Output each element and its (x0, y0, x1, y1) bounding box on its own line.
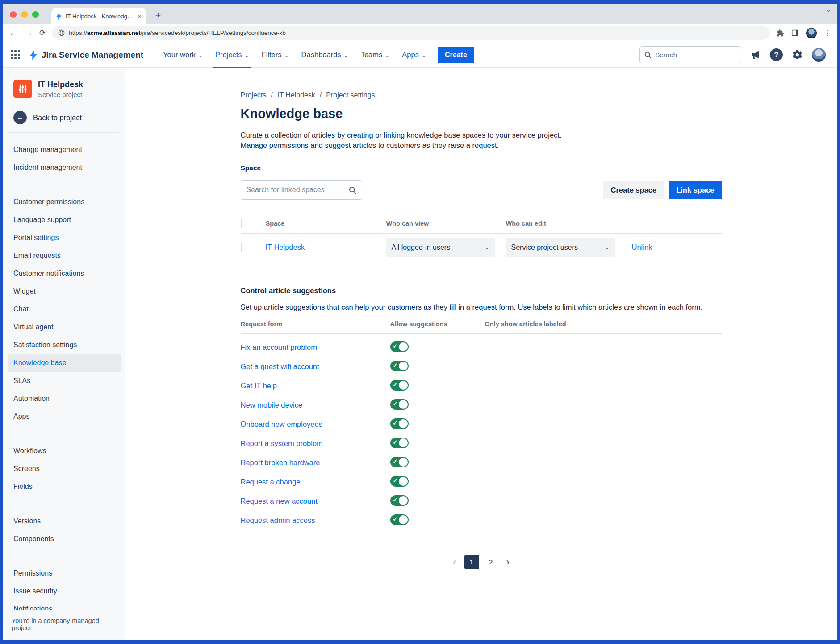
sidebar-item-knowledge-base[interactable]: Knowledge base (8, 354, 121, 372)
tab-search-chevron-icon[interactable]: ⌄ (826, 6, 831, 13)
page-title: Knowledge base (241, 106, 722, 121)
request-form-link[interactable]: Onboard new employees (241, 420, 322, 428)
linked-spaces-search-input[interactable] (247, 186, 349, 194)
product-name: Jira Service Management (42, 50, 143, 60)
request-form-link[interactable]: Request a change (241, 478, 301, 486)
page-2-button[interactable]: 2 (484, 555, 498, 569)
sidebar-item-satisfaction-settings[interactable]: Satisfaction settings (8, 336, 121, 354)
back-arrow-icon: ← (13, 111, 27, 124)
forward-icon[interactable]: → (24, 28, 33, 38)
nav-filters[interactable]: Filters⌄ (256, 42, 294, 68)
allow-suggestions-toggle[interactable]: ✓ (390, 476, 409, 487)
nav-projects[interactable]: Projects⌄ (210, 42, 255, 68)
page-1-button[interactable]: 1 (464, 555, 479, 569)
side-panel-icon[interactable] (791, 29, 799, 37)
select-all-checkbox[interactable] (241, 219, 242, 228)
who-can-edit-select[interactable]: Service project users ⌄ (506, 238, 615, 257)
nav-dashboards[interactable]: Dashboards⌄ (296, 42, 354, 68)
request-form-link[interactable]: Report a system problem (241, 439, 323, 447)
help-icon[interactable]: ? (770, 48, 783, 61)
allow-suggestions-toggle[interactable]: ✓ (390, 418, 409, 429)
request-form-link[interactable]: New mobile device (241, 401, 302, 409)
request-form-link[interactable]: Get IT help (241, 382, 277, 390)
nav-apps[interactable]: Apps⌄ (397, 42, 431, 68)
search-icon (644, 51, 652, 59)
browser-profile-avatar[interactable] (806, 28, 817, 38)
reload-icon[interactable]: ⟳ (39, 28, 46, 38)
user-avatar[interactable] (812, 48, 826, 62)
new-tab-button[interactable]: + (151, 9, 165, 22)
allow-suggestions-toggle[interactable]: ✓ (390, 341, 409, 352)
sidebar-item-customer-permissions[interactable]: Customer permissions (8, 193, 121, 211)
who-can-view-select[interactable]: All logged-in users ⌄ (386, 238, 495, 257)
sidebar-item-apps[interactable]: Apps (8, 408, 121, 425)
request-form-link[interactable]: Fix an account problem (241, 343, 318, 351)
sidebar-item-email-requests[interactable]: Email requests (8, 247, 121, 265)
allow-suggestions-toggle[interactable]: ✓ (390, 495, 409, 506)
nav-teams[interactable]: Teams⌄ (355, 42, 395, 68)
back-icon[interactable]: ← (9, 28, 18, 38)
sidebar-item-widget[interactable]: Widget (8, 282, 121, 300)
browser-menu-kebab-icon[interactable]: ⋮ (824, 29, 831, 37)
create-space-button[interactable]: Create space (603, 181, 664, 199)
breadcrumb-project-settings[interactable]: Project settings (326, 91, 375, 99)
check-icon: ✓ (393, 420, 398, 426)
breadcrumb-it-helpdesk[interactable]: IT Helpdesk (277, 91, 315, 99)
sidebar-item-versions[interactable]: Versions (8, 512, 121, 530)
row-checkbox[interactable] (241, 243, 242, 252)
column-header-only-show: Only show articles labeled (485, 320, 722, 328)
allow-suggestions-toggle[interactable]: ✓ (390, 399, 409, 410)
extensions-puzzle-icon[interactable] (776, 29, 784, 37)
allow-suggestions-toggle[interactable]: ✓ (390, 361, 409, 371)
request-form-link[interactable]: Report broken hardware (241, 459, 320, 467)
pagination: ‹ 1 2 › (241, 555, 722, 569)
tab-close-icon[interactable]: × (138, 13, 142, 20)
request-form-link[interactable]: Request admin access (241, 516, 315, 524)
previous-page-icon[interactable]: ‹ (449, 556, 460, 568)
browser-tab[interactable]: IT Helpdesk - Knowledge base × (51, 8, 146, 24)
sidebar-item-slas[interactable]: SLAs (8, 372, 121, 390)
allow-suggestions-toggle[interactable]: ✓ (390, 380, 409, 391)
nav-your-work[interactable]: Your work⌄ (158, 42, 208, 68)
unlink-link[interactable]: Unlink (632, 243, 652, 251)
app-switcher-icon[interactable] (11, 50, 20, 59)
gear-icon[interactable] (792, 49, 803, 60)
minimize-window-button[interactable] (21, 11, 28, 18)
breadcrumb-projects[interactable]: Projects (241, 91, 267, 99)
allow-suggestions-toggle[interactable]: ✓ (390, 457, 409, 467)
next-page-icon[interactable]: › (503, 556, 513, 568)
request-form-link[interactable]: Get a guest wifi account (241, 362, 319, 370)
global-search[interactable] (639, 46, 741, 63)
allow-suggestions-toggle[interactable]: ✓ (390, 514, 409, 525)
zoom-window-button[interactable] (32, 11, 39, 18)
search-input[interactable] (655, 51, 736, 59)
sidebar-item-change-management[interactable]: Change management (8, 141, 121, 159)
space-link[interactable]: IT Helpdesk (266, 243, 305, 251)
sidebar-item-fields[interactable]: Fields (8, 478, 121, 496)
back-to-project[interactable]: ← Back to project (3, 111, 125, 124)
megaphone-icon[interactable] (750, 50, 761, 60)
sidebar-item-incident-management[interactable]: Incident management (8, 159, 121, 177)
sidebar-item-customer-notifications[interactable]: Customer notifications (8, 265, 121, 282)
close-window-button[interactable] (10, 11, 17, 18)
allow-suggestions-toggle[interactable]: ✓ (390, 438, 409, 448)
product-logo[interactable]: Jira Service Management (29, 50, 143, 60)
sidebar-item-screens[interactable]: Screens (8, 460, 121, 478)
sidebar-item-automation[interactable]: Automation (8, 390, 121, 408)
linked-spaces-search[interactable] (241, 180, 362, 200)
sidebar-item-issue-security[interactable]: Issue security (8, 582, 121, 600)
create-button[interactable]: Create (438, 47, 474, 63)
sidebar-item-portal-settings[interactable]: Portal settings (8, 229, 121, 247)
column-header-space: Space (266, 220, 386, 227)
project-name: IT Helpdesk (38, 80, 83, 89)
sidebar-item-virtual-agent[interactable]: Virtual agent (8, 318, 121, 336)
link-space-button[interactable]: Link space (669, 181, 722, 199)
site-info-globe-icon[interactable] (58, 29, 65, 36)
address-bar[interactable]: https://acme.atlassian.net/jira/serviced… (52, 26, 770, 40)
request-form-link[interactable]: Request a new account (241, 497, 318, 505)
sidebar-item-permissions[interactable]: Permissions (8, 564, 121, 582)
sidebar-item-components[interactable]: Components (8, 530, 121, 548)
sidebar-item-workflows[interactable]: Workflows (8, 442, 121, 460)
sidebar-item-language-support[interactable]: Language support (8, 211, 121, 229)
sidebar-item-chat[interactable]: Chat (8, 300, 121, 318)
